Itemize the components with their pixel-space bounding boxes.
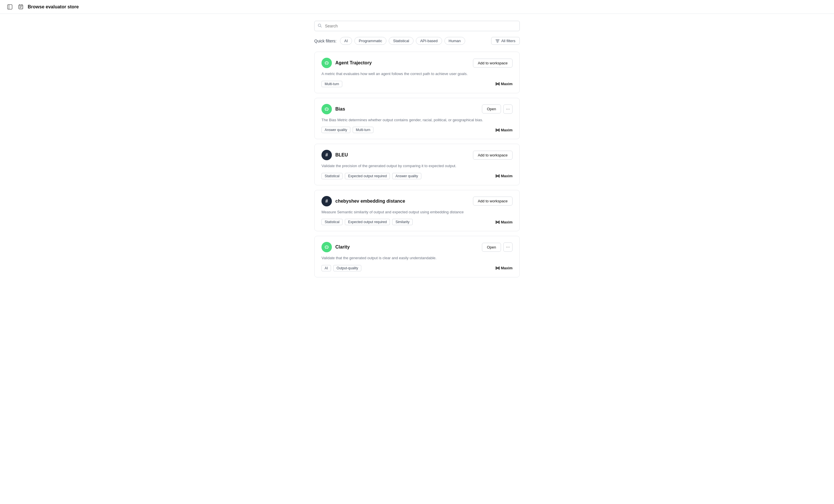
svg-point-21 (327, 109, 328, 109)
evaluator-name-clarity: Clarity (335, 244, 350, 250)
page-title: Browse evaluator store (28, 4, 79, 9)
tag-ai-clarity: AI (322, 265, 331, 271)
filter-chip-statistical[interactable]: Statistical (389, 37, 414, 45)
svg-rect-3 (20, 4, 22, 5)
robot-icon-clarity (324, 244, 329, 250)
card-footer-bleu: Statistical Expected output required Ans… (322, 173, 512, 179)
evaluator-name-bleu: BLEU (335, 152, 348, 158)
card-header-bias: Bias Open ··· (322, 104, 512, 114)
svg-point-20 (326, 109, 326, 109)
card-header-chebyshev: # chebyshev embedding distance Add to wo… (322, 196, 512, 206)
maxim-brand-agent-trajectory: ⋈ Maxim (495, 81, 512, 87)
card-clarity: Clarity Open ··· Validate that the gener… (314, 236, 520, 278)
open-button-clarity[interactable]: Open (482, 243, 501, 252)
card-title-row-clarity: Clarity (322, 242, 350, 252)
filter-chip-api-based[interactable]: API-based (416, 37, 442, 45)
evaluator-icon-chebyshev: # (322, 196, 332, 206)
svg-point-12 (326, 63, 326, 63)
card-title-row-chebyshev: # chebyshev embedding distance (322, 196, 405, 206)
svg-rect-19 (325, 108, 328, 110)
card-chebyshev: # chebyshev embedding distance Add to wo… (314, 190, 520, 232)
card-actions-chebyshev: Add to workspace (473, 197, 512, 205)
add-to-workspace-button-agent-trajectory[interactable]: Add to workspace (473, 59, 512, 68)
tags-agent-trajectory: Multi-turn (322, 81, 342, 87)
filter-chip-ai[interactable]: AI (340, 37, 352, 45)
card-actions-clarity: Open ··· (482, 242, 512, 252)
tags-bias: Answer quality Multi-turn (322, 127, 373, 133)
filters-label: Quick filters: (314, 39, 336, 43)
robot-icon-bias (324, 107, 329, 112)
tag-output-quality-clarity: Output-quality (333, 265, 361, 271)
card-footer-chebyshev: Statistical Expected output required Sim… (322, 219, 512, 225)
svg-point-29 (327, 247, 328, 247)
open-button-bias[interactable]: Open (482, 105, 501, 113)
tags-clarity: AI Output-quality (322, 265, 361, 271)
all-filters-button[interactable]: All filters (491, 37, 520, 45)
filters-row: Quick filters: AI Programmatic Statistic… (314, 37, 520, 45)
maxim-brand-chebyshev: ⋈ Maxim (495, 219, 512, 225)
card-header-bleu: # BLEU Add to workspace (322, 150, 512, 160)
evaluator-name-agent-trajectory: Agent Trajectory (335, 60, 372, 66)
card-bleu: # BLEU Add to workspace Validate the pre… (314, 144, 520, 185)
filter-icon (496, 39, 500, 43)
hash-icon-chebyshev: # (326, 199, 328, 204)
tag-expected-output-chebyshev: Expected output required (345, 219, 390, 225)
evaluator-icon-agent-trajectory (322, 58, 332, 68)
evaluator-icon-bias (322, 104, 332, 114)
card-footer-bias: Answer quality Multi-turn ⋈ Maxim (322, 127, 512, 133)
card-agent-trajectory: Agent Trajectory Add to workspace A metr… (314, 52, 520, 93)
tag-multi-turn-bias: Multi-turn (353, 127, 373, 133)
card-description-bleu: Validate the precision of the generated … (322, 163, 512, 169)
evaluator-name-bias: Bias (335, 107, 345, 112)
svg-line-7 (321, 26, 322, 27)
card-bias: Bias Open ··· The Bias Metric determines… (314, 98, 520, 139)
tags-bleu: Statistical Expected output required Ans… (322, 173, 421, 179)
card-description-clarity: Validate that the generated output is cl… (322, 255, 512, 261)
tags-chebyshev: Statistical Expected output required Sim… (322, 219, 413, 225)
tag-expected-output-bleu: Expected output required (345, 173, 390, 179)
more-options-button-clarity[interactable]: ··· (503, 242, 512, 252)
card-title-row-bleu: # BLEU (322, 150, 348, 160)
svg-point-13 (327, 63, 328, 63)
svg-point-28 (326, 247, 326, 247)
store-icon (17, 3, 25, 11)
card-header: Agent Trajectory Add to workspace (322, 58, 512, 68)
card-actions-bleu: Add to workspace (473, 151, 512, 160)
sidebar-toggle-button[interactable] (6, 3, 14, 11)
svg-rect-11 (325, 62, 328, 64)
search-icon (318, 24, 322, 28)
top-nav: Browse evaluator store (0, 0, 834, 14)
card-actions-bias: Open ··· (482, 105, 512, 114)
tag-answer-quality-bleu: Answer quality (392, 173, 421, 179)
evaluator-icon-bleu: # (322, 150, 332, 160)
main-content: Quick filters: AI Programmatic Statistic… (307, 14, 527, 289)
card-description-agent-trajectory: A metric that evaluates how well an agen… (322, 71, 512, 77)
tag-answer-quality-bias: Answer quality (322, 127, 350, 133)
tag-statistical-bleu: Statistical (322, 173, 343, 179)
filter-chip-programmatic[interactable]: Programmatic (354, 37, 387, 45)
tag-statistical-chebyshev: Statistical (322, 219, 343, 225)
filter-chip-human[interactable]: Human (444, 37, 465, 45)
card-footer-agent-trajectory: Multi-turn ⋈ Maxim (322, 81, 512, 87)
add-to-workspace-button-chebyshev[interactable]: Add to workspace (473, 197, 512, 205)
evaluator-icon-clarity (322, 242, 332, 252)
hash-icon-bleu: # (326, 152, 328, 158)
tag-similarity-chebyshev: Similarity (392, 219, 413, 225)
more-options-button-bias[interactable]: ··· (503, 105, 512, 114)
add-to-workspace-button-bleu[interactable]: Add to workspace (473, 151, 512, 160)
svg-rect-27 (325, 246, 328, 248)
maxim-brand-bleu: ⋈ Maxim (495, 173, 512, 179)
search-input[interactable] (314, 21, 520, 31)
clipboard-icon (18, 4, 23, 9)
card-header-clarity: Clarity Open ··· (322, 242, 512, 252)
sidebar-icon (7, 4, 13, 9)
card-description-chebyshev: Measure Semantic similarity of output an… (322, 209, 512, 215)
card-actions-agent-trajectory: Add to workspace (473, 59, 512, 68)
robot-icon (324, 60, 329, 66)
maxim-brand-clarity: ⋈ Maxim (495, 265, 512, 271)
all-filters-label: All filters (501, 39, 515, 43)
tag-multi-turn: Multi-turn (322, 81, 342, 87)
maxim-brand-bias: ⋈ Maxim (495, 127, 512, 133)
search-wrapper (314, 21, 520, 31)
svg-rect-0 (7, 5, 12, 9)
